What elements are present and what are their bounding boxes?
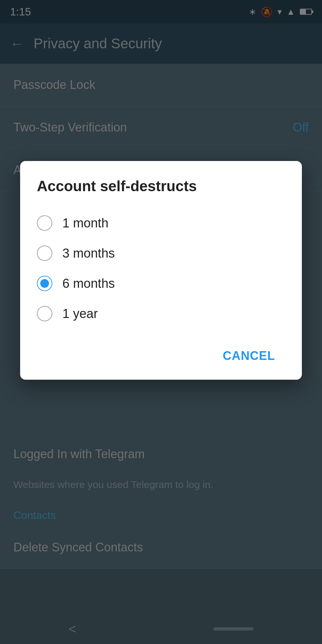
cancel-button[interactable]: CANCEL: [213, 342, 285, 370]
dialog-title: Account self-destructs: [37, 178, 285, 195]
option-1month[interactable]: 1 month: [37, 208, 285, 238]
option-6months[interactable]: 6 months: [37, 268, 285, 299]
radio-1month[interactable]: [37, 215, 52, 231]
option-3months-label: 3 months: [62, 246, 115, 261]
radio-1year[interactable]: [37, 306, 52, 321]
option-1year-label: 1 year: [62, 307, 98, 321]
option-1year[interactable]: 1 year: [37, 299, 285, 329]
radio-3months[interactable]: [37, 246, 52, 261]
option-6months-label: 6 months: [62, 276, 115, 291]
radio-6months-fill: [40, 279, 49, 288]
option-3months[interactable]: 3 months: [37, 238, 285, 268]
account-self-destructs-dialog: Account self-destructs 1 month 3 months …: [20, 161, 302, 380]
option-1month-label: 1 month: [62, 216, 108, 230]
dialog-actions: CANCEL: [37, 339, 285, 370]
radio-6months[interactable]: [37, 276, 52, 291]
